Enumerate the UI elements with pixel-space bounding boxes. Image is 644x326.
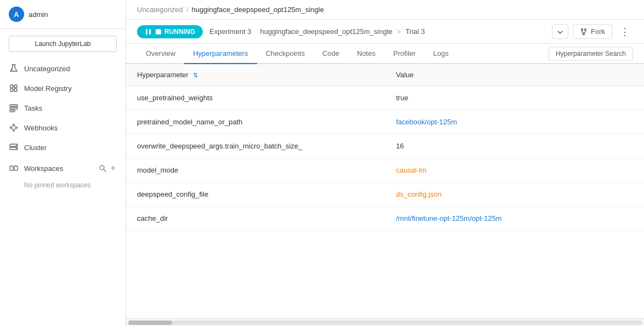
workspaces-search-button[interactable] bbox=[98, 162, 107, 174]
svg-line-16 bbox=[15, 128, 16, 130]
svg-line-15 bbox=[15, 126, 16, 128]
svg-rect-27 bbox=[149, 29, 151, 35]
sidebar-nav: Uncategorized Model Registry bbox=[0, 59, 126, 326]
horizontal-scrollbar[interactable] bbox=[126, 318, 644, 326]
svg-point-10 bbox=[10, 127, 12, 129]
dropdown-button[interactable] bbox=[552, 24, 568, 39]
svg-rect-3 bbox=[10, 85, 13, 88]
table-row: model_modecausal-lm bbox=[126, 158, 644, 182]
svg-line-25 bbox=[104, 170, 106, 172]
tab-hyperparameters[interactable]: Hyperparameters bbox=[184, 44, 257, 64]
col-header-value: Value bbox=[385, 64, 645, 86]
param-cell: deepspeed_config_file bbox=[126, 182, 385, 207]
tasks-icon bbox=[9, 103, 19, 113]
svg-point-24 bbox=[100, 165, 104, 170]
svg-point-13 bbox=[13, 130, 15, 131]
svg-rect-22 bbox=[10, 166, 13, 170]
trial-name: Trial 3 bbox=[406, 27, 425, 36]
sidebar-item-tasks-label: Tasks bbox=[24, 104, 42, 112]
col-header-hyperparameter[interactable]: Hyperparameter ⇅ bbox=[126, 64, 385, 86]
topbar: Uncategorized / huggingface_deepspeed_op… bbox=[126, 0, 644, 20]
workspaces-row: Workspaces + bbox=[0, 157, 126, 179]
value-cell: /mnt/finetune-opt-125m/opt-125m bbox=[385, 207, 645, 231]
running-badge[interactable]: RUNNING bbox=[137, 25, 203, 38]
sidebar-item-uncategorized-label: Uncategorized bbox=[24, 65, 70, 73]
param-cell: use_pretrained_weights bbox=[126, 86, 385, 110]
svg-point-2 bbox=[13, 70, 14, 71]
run-nav-arrow: > bbox=[397, 27, 401, 36]
svg-line-17 bbox=[12, 128, 13, 130]
param-cell: cache_dir bbox=[126, 207, 385, 231]
table-row: pretrained_model_name_or_pathfacebook/op… bbox=[126, 110, 644, 134]
svg-point-21 bbox=[16, 148, 17, 149]
main-content: Uncategorized / huggingface_deepspeed_op… bbox=[126, 0, 644, 326]
breadcrumb: Uncategorized / huggingface_deepspeed_op… bbox=[137, 5, 324, 14]
sidebar-item-tasks[interactable]: Tasks bbox=[0, 98, 126, 118]
cluster-icon bbox=[9, 142, 19, 152]
fork-label: Fork bbox=[591, 27, 605, 36]
experiment-name: Experiment 3 bbox=[209, 27, 252, 36]
svg-point-29 bbox=[585, 28, 586, 30]
param-cell: pretrained_model_name_or_path bbox=[126, 110, 385, 134]
sidebar-item-model-registry-label: Model Registry bbox=[24, 84, 72, 93]
sidebar-item-uncategorized[interactable]: Uncategorized bbox=[0, 59, 126, 78]
no-pinned-workspaces: No pinned workspaces bbox=[0, 179, 126, 195]
sort-icon: ⇅ bbox=[193, 72, 198, 78]
tab-code[interactable]: Code bbox=[314, 44, 348, 64]
tabs-bar: Overview Hyperparameters Checkpoints Cod… bbox=[126, 44, 644, 64]
table-row: overwrite_deepspeed_args.train_micro_bat… bbox=[126, 134, 644, 158]
stop-icon bbox=[156, 29, 161, 35]
table-row: use_pretrained_weightstrue bbox=[126, 86, 644, 110]
svg-point-28 bbox=[582, 28, 583, 30]
breadcrumb-separator: / bbox=[186, 5, 189, 14]
cube-icon bbox=[9, 83, 19, 93]
workspaces-icon bbox=[9, 163, 19, 173]
scrollbar-track[interactable] bbox=[128, 321, 642, 325]
fork-button[interactable]: Fork bbox=[573, 24, 612, 39]
hyperparameter-search-button[interactable]: Hyperparameter Search bbox=[549, 47, 633, 61]
sidebar-username: admin bbox=[29, 10, 48, 19]
breadcrumb-parent[interactable]: Uncategorized bbox=[137, 5, 183, 14]
param-cell: model_mode bbox=[126, 158, 385, 182]
svg-rect-4 bbox=[14, 85, 17, 88]
value-cell: ds_config.json bbox=[385, 182, 645, 207]
tab-checkpoints[interactable]: Checkpoints bbox=[257, 44, 314, 64]
tab-profiler[interactable]: Profiler bbox=[384, 44, 424, 64]
running-label: RUNNING bbox=[164, 28, 195, 36]
tab-overview[interactable]: Overview bbox=[137, 44, 184, 64]
svg-rect-9 bbox=[10, 110, 15, 112]
sidebar-item-webhooks[interactable]: Webhooks bbox=[0, 118, 126, 138]
svg-rect-23 bbox=[14, 166, 18, 170]
table-row: cache_dir/mnt/finetune-opt-125m/opt-125m bbox=[126, 207, 644, 231]
run-nav: Experiment 3 huggingface_deepspeed_opt12… bbox=[209, 27, 545, 36]
svg-rect-6 bbox=[14, 89, 17, 91]
svg-point-1 bbox=[12, 69, 13, 70]
hyperparameters-table-container: Hyperparameter ⇅ Value use_pretrained_we… bbox=[126, 64, 644, 318]
workspaces-label-text: Workspaces bbox=[24, 164, 63, 173]
more-options-button[interactable]: ⋮ bbox=[617, 25, 633, 39]
launch-jupyterlab-button[interactable]: Launch JupyterLab bbox=[9, 36, 117, 52]
svg-point-12 bbox=[16, 127, 18, 129]
svg-rect-5 bbox=[10, 89, 13, 91]
value-cell: 16 bbox=[385, 134, 645, 158]
svg-rect-7 bbox=[10, 105, 18, 106]
tab-notes[interactable]: Notes bbox=[348, 44, 384, 64]
value-cell: causal-lm bbox=[385, 158, 645, 182]
workspaces-add-button[interactable]: + bbox=[110, 162, 117, 174]
svg-rect-26 bbox=[146, 29, 147, 35]
value-cell: facebook/opt-125m bbox=[385, 110, 645, 134]
run-name: huggingface_deepspeed_opt125m_single bbox=[260, 27, 392, 36]
tab-logs[interactable]: Logs bbox=[424, 44, 457, 64]
tabs: Overview Hyperparameters Checkpoints Cod… bbox=[137, 44, 458, 63]
sidebar-item-model-registry[interactable]: Model Registry bbox=[0, 78, 126, 98]
sidebar-item-workspaces[interactable]: Workspaces bbox=[9, 163, 63, 173]
scrollbar-thumb[interactable] bbox=[128, 321, 172, 325]
svg-point-20 bbox=[16, 145, 17, 146]
sidebar-item-cluster[interactable]: Cluster bbox=[0, 138, 126, 157]
sidebar-header: A admin bbox=[0, 0, 126, 29]
hyperparameters-table: Hyperparameter ⇅ Value use_pretrained_we… bbox=[126, 64, 644, 231]
run-header: RUNNING Experiment 3 huggingface_deepspe… bbox=[126, 20, 644, 44]
svg-rect-8 bbox=[10, 107, 18, 109]
param-cell: overwrite_deepspeed_args.train_micro_bat… bbox=[126, 134, 385, 158]
webhooks-icon bbox=[9, 123, 19, 133]
